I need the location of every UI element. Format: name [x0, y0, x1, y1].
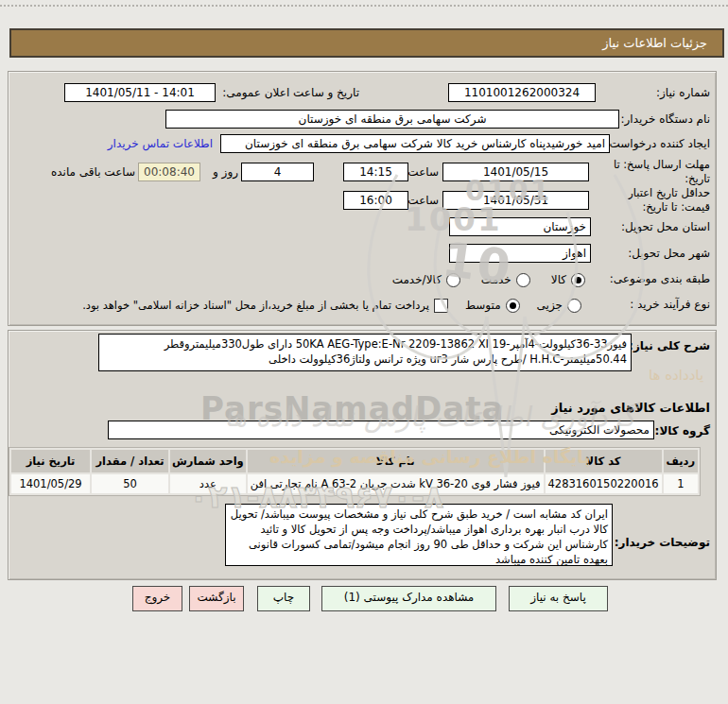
requester-row: ایجاد کننده درخواست: امید خورشیدپناه کار… — [9, 134, 716, 155]
goods-group-field[interactable]: محصولات الکترونیکی — [108, 421, 654, 439]
goods-radio[interactable] — [571, 273, 585, 287]
classification-row: طبقه بندی موضوعی: کالا خدمت کالا/خدمت — [9, 269, 716, 290]
reply-deadline-label: مهلت ارسال پاسخ: تا تاریخ: — [614, 158, 710, 186]
countdown-timer-field: 00:08:40 — [138, 163, 200, 181]
province-label: استان محل تحویل: — [621, 217, 710, 236]
top-dotted-divider — [0, 5, 728, 7]
need-number-field[interactable]: 1101001262000324 — [448, 83, 596, 102]
medium-radio-label: متوسط — [465, 299, 501, 312]
goods-group-label: گروه کالا: — [655, 421, 710, 440]
cell-item-name: فیوز فشار قوی 20-36 kV شدت جریان 2-63 A … — [248, 474, 544, 493]
reply-deadline-date-field[interactable]: 1401/05/15 — [442, 163, 589, 181]
col-count-unit: واحد شمارش — [170, 450, 246, 472]
province-field[interactable]: خوزستان — [449, 217, 591, 236]
col-need-date: تاریخ نیاز — [11, 450, 90, 472]
col-item-code: کد کالا — [546, 450, 662, 472]
requester-label: ایجاد کننده درخواست: — [605, 134, 710, 153]
price-validity-label-line1: حداقل تاریخ اعتبار — [628, 186, 710, 199]
days-remaining-field[interactable]: 4 — [241, 163, 314, 181]
classification-option-goods[interactable]: کالا — [551, 273, 585, 287]
price-validity-row: حداقل تاریخ اعتبار قیمت: تا تاریخ: 1401/… — [9, 191, 716, 212]
page-title: جزئیات اطلاعات نیاز — [9, 28, 724, 58]
need-desc-field[interactable]: فیوز33-36کیلوولت-4آمپر-19 50KA AEG-Type:… — [98, 334, 632, 371]
goods-table-row: 1 4283160150220016 فیوز فشار قوی 20-36 k… — [11, 474, 698, 493]
goods-table: ردیف کد کالا نام کالا واحد شمارش تعداد /… — [9, 447, 701, 496]
price-validity-date-field[interactable]: 1401/05/31 — [442, 191, 589, 210]
buyer-notes-label: توضیحات خریدار: — [615, 533, 710, 552]
hours-remaining-label: ساعت باقی مانده — [51, 163, 135, 181]
classification-option-goods-service[interactable]: کالا/خدمت — [392, 273, 460, 287]
cell-count-unit: عدد — [170, 474, 246, 493]
need-number-label: شماره نیاز: — [656, 83, 710, 102]
minor-radio-label: جزیی — [537, 299, 563, 312]
buyer-contact-link[interactable]: اطلاعات تماس خریدار — [108, 134, 213, 153]
goods-table-header-row: ردیف کد کالا نام کالا واحد شمارش تعداد /… — [11, 450, 698, 472]
requester-field[interactable]: امید خورشیدپناه کارشناس خرید کالا شرکت س… — [220, 134, 610, 153]
need-info-panel: شماره نیاز: 1101001262000324 تاریخ و ساع… — [8, 71, 717, 326]
process-option-medium[interactable]: متوسط — [465, 299, 520, 313]
view-attachments-button[interactable]: مشاهده مدارک پیوستی (1) — [321, 586, 496, 611]
cell-item-code: 4283160150220016 — [546, 474, 662, 493]
province-row: استان محل تحویل: خوزستان — [9, 217, 716, 238]
col-row-number: ردیف — [664, 450, 698, 472]
city-row: شهر محل تحویل: اهواز — [9, 244, 716, 265]
treasury-payment-checkbox-label: پرداخت تمام یا بخشی از مبلغ خرید،از محل … — [82, 299, 429, 312]
reply-deadline-label-line1: مهلت ارسال پاسخ: تا — [614, 158, 710, 171]
buyer-notes-field[interactable]: ایران کد مشابه است / خرید طبق شرح کلی نی… — [225, 504, 613, 566]
service-radio-label: خدمت — [481, 273, 511, 286]
goods-radio-label: کالا — [551, 273, 566, 286]
medium-radio[interactable] — [506, 299, 520, 313]
process-type-row: نوع فرآیند خرید : جزیی متوسط پرداخت تمام… — [9, 295, 716, 316]
city-label: شهر محل تحویل: — [628, 244, 710, 263]
price-validity-hour-label: ساعت — [407, 191, 439, 210]
col-item-name: نام کالا — [248, 450, 544, 472]
need-desc-label: شرح کلی نیاز: — [629, 336, 710, 355]
cell-row-number: 1 — [664, 474, 698, 493]
goods-service-radio-label: کالا/خدمت — [392, 273, 442, 286]
cell-need-date: 1401/05/29 — [11, 474, 90, 493]
exit-button[interactable]: خروج — [132, 586, 182, 611]
print-button[interactable]: چاپ — [257, 586, 310, 611]
buyer-org-field[interactable]: شرکت سهامی برق منطقه ای خوزستان — [165, 110, 619, 129]
buyer-org-label: نام دستگاه خریدار: — [621, 110, 711, 129]
reply-deadline-time-field[interactable]: 14:15 — [343, 163, 408, 181]
col-quantity: تعداد / مقدار — [92, 450, 168, 472]
minor-radio[interactable] — [567, 299, 581, 313]
classification-label: طبقه بندی موضوعی: — [610, 269, 710, 288]
service-radio[interactable] — [516, 273, 530, 287]
price-validity-label-line2: قیمت: تا تاریخ: — [642, 200, 710, 214]
treasury-payment-checkbox[interactable] — [434, 299, 448, 313]
need-details-page: { "title_bar": { "title": "جزئیات اطلاعا… — [0, 0, 728, 704]
cell-quantity: 50 — [92, 474, 168, 493]
city-field[interactable]: اهواز — [449, 244, 591, 263]
reply-deadline-row: مهلت ارسال پاسخ: تا تاریخ: 1401/05/15 سا… — [9, 163, 716, 183]
price-validity-time-field[interactable]: 16:00 — [343, 191, 408, 210]
goods-info-panel: شرح کلی نیاز: فیوز33-36کیلوولت-4آمپر-19 … — [8, 330, 717, 580]
classification-option-service[interactable]: خدمت — [481, 273, 530, 287]
announce-label: تاریخ و ساعت اعلان عمومی: — [222, 83, 359, 102]
need-number-row: شماره نیاز: 1101001262000324 تاریخ و ساع… — [9, 83, 716, 104]
announce-datetime-field[interactable]: 1401/05/11 - 14:01 — [64, 83, 216, 102]
treasury-payment-option[interactable]: پرداخت تمام یا بخشی از مبلغ خرید،از محل … — [82, 299, 448, 313]
buyer-org-row: نام دستگاه خریدار: شرکت سهامی برق منطقه … — [9, 110, 716, 130]
reply-deadline-hour-label: ساعت — [407, 163, 439, 181]
reply-to-need-button[interactable]: پاسخ به نیاز — [509, 586, 608, 611]
reply-deadline-label-line2: تاریخ: — [685, 172, 710, 185]
back-button[interactable]: بازگشت — [189, 586, 244, 611]
goods-info-section-title: اطلاعات کالاهای مورد نیاز — [551, 399, 710, 418]
process-type-label: نوع فرآیند خرید : — [630, 295, 710, 314]
price-validity-label: حداقل تاریخ اعتبار قیمت: تا تاریخ: — [628, 186, 710, 215]
days-and-label: روز و — [213, 163, 238, 181]
goods-service-radio[interactable] — [446, 273, 460, 287]
process-option-minor[interactable]: جزیی — [537, 299, 581, 313]
